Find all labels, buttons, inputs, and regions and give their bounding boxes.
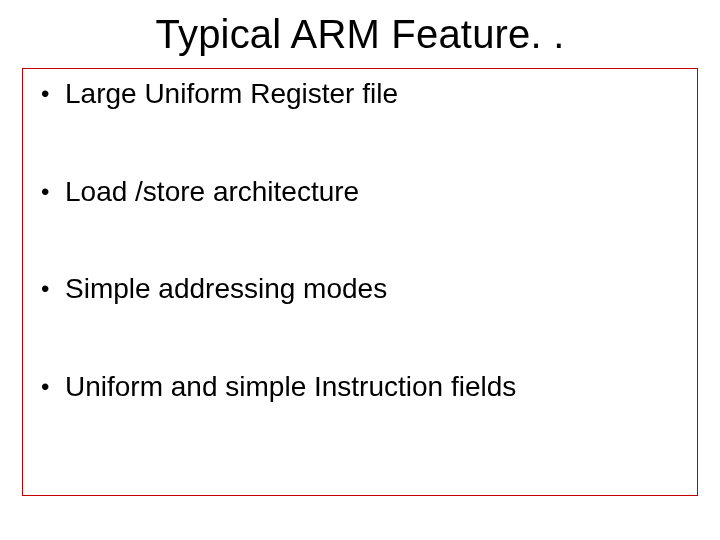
list-item: Large Uniform Register file (41, 77, 679, 111)
list-item: Load /store architecture (41, 175, 679, 209)
slide: Typical ARM Feature. . Large Uniform Reg… (0, 0, 720, 540)
list-item: Simple addressing modes (41, 272, 679, 306)
bullet-list: Large Uniform Register file Load /store … (41, 77, 679, 403)
list-item: Uniform and simple Instruction fields (41, 370, 679, 404)
content-box: Large Uniform Register file Load /store … (22, 68, 698, 496)
slide-title: Typical ARM Feature. . (0, 12, 720, 57)
